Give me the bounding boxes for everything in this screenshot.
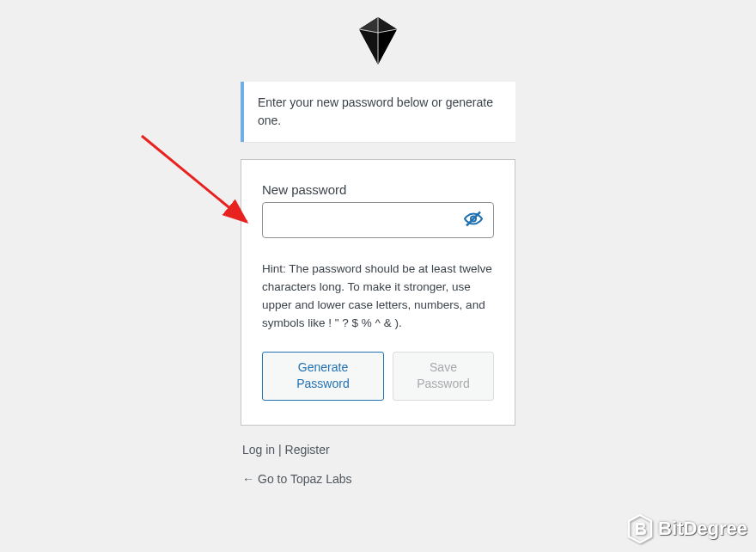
nav-links: Log in | Register ← Go to Topaz Labs xyxy=(241,443,515,486)
svg-marker-3 xyxy=(359,29,378,64)
register-link[interactable]: Register xyxy=(285,443,330,457)
login-link[interactable]: Log in xyxy=(242,443,275,457)
eye-slash-icon xyxy=(463,210,484,229)
watermark: BitDegree xyxy=(627,514,747,543)
svg-line-12 xyxy=(142,136,247,222)
brand-logo xyxy=(241,17,515,64)
svg-marker-4 xyxy=(378,29,397,64)
separator: | xyxy=(275,443,284,457)
back-to-site-link[interactable]: ← Go to Topaz Labs xyxy=(242,472,351,486)
password-hint: Hint: The password should be at least tw… xyxy=(262,261,494,333)
watermark-text: BitDegree xyxy=(658,518,747,540)
info-message-text: Enter your new password below or generat… xyxy=(258,95,493,127)
back-link-text: Go to Topaz Labs xyxy=(258,472,351,486)
save-password-button[interactable]: Save Password xyxy=(393,352,494,401)
generate-password-button[interactable]: Generate Password xyxy=(262,352,384,401)
password-label: New password xyxy=(262,182,494,197)
password-form: New password Hint: The password should b… xyxy=(241,159,515,426)
info-message: Enter your new password below or generat… xyxy=(241,82,515,142)
toggle-visibility-button[interactable] xyxy=(460,206,487,235)
arrow-left-icon: ← xyxy=(242,472,254,486)
bitdegree-logo-icon xyxy=(627,514,653,543)
